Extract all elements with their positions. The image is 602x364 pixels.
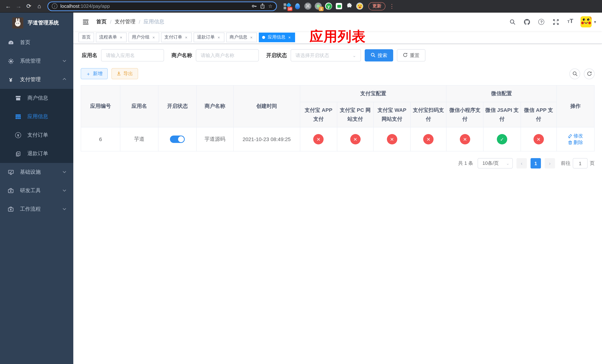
sidebar-item-dev-tools[interactable]: 研发工具 — [0, 182, 73, 200]
status-select[interactable]: 请选择开启状态 ⌄ — [291, 49, 361, 62]
extensions-row: 10 ⌘ 1 y — [284, 3, 363, 10]
tag-home[interactable]: 首页 — [78, 32, 94, 42]
reset-button[interactable]: 重置 — [397, 49, 425, 62]
tag-merchant-info[interactable]: 商户信息× — [226, 32, 257, 42]
status-icon: ✓ — [497, 134, 507, 145]
ext-chat-icon[interactable] — [335, 3, 343, 10]
browser-menu-icon[interactable]: ⋮ — [389, 3, 394, 10]
tag-app-info[interactable]: 应用信息× — [259, 32, 295, 42]
col-wechat-mini: 微信小程序支付 — [447, 102, 484, 127]
page-size-select[interactable]: 10条/页 ⌄ — [478, 158, 513, 169]
url-text[interactable]: localhost:1024/pay/app — [60, 3, 249, 9]
close-icon[interactable]: × — [119, 35, 123, 39]
reload-icon[interactable]: ⟳ — [24, 2, 33, 11]
ext-sketch-icon[interactable]: 10 — [284, 3, 291, 10]
prev-page-button[interactable]: ‹ — [516, 158, 527, 169]
breadcrumb-payment[interactable]: 支付管理 — [115, 19, 136, 25]
briefcase-icon — [7, 206, 14, 212]
user-avatar[interactable]: ▾ — [581, 16, 596, 27]
col-group-alipay: 支付宝配置 — [300, 85, 447, 102]
font-size-icon[interactable]: TT — [566, 18, 574, 26]
col-group-wechat: 微信配置 — [447, 85, 557, 102]
breadcrumb: 首页 / 支付管理 / 应用信息 — [96, 19, 164, 25]
sidebar-item-merchant-info[interactable]: 商户信息 — [0, 89, 73, 107]
share-icon[interactable] — [260, 3, 265, 9]
status-icon: ✕ — [350, 134, 360, 145]
col-status: 开启状态 — [159, 85, 197, 127]
close-icon[interactable]: × — [216, 35, 221, 39]
ext-badge: 10 — [287, 7, 292, 11]
show-search-button[interactable] — [570, 68, 580, 79]
sidebar-item-payment[interactable]: ¥ 支付管理 — [0, 70, 73, 89]
chevron-down-icon — [62, 58, 67, 64]
merchant-name-input-wrap — [196, 49, 259, 62]
col-alipay-app: 支付宝 APP 支付 — [300, 102, 337, 127]
sidebar-item-label: 基础设施 — [20, 169, 56, 175]
cell-app-id: 6 — [81, 127, 120, 151]
tag-pay-order[interactable]: 支付订单× — [161, 32, 192, 42]
help-icon[interactable]: ? — [538, 18, 546, 26]
tag-process-form[interactable]: 流程表单× — [96, 32, 127, 42]
app-name-label: 应用名 — [82, 52, 97, 59]
back-icon[interactable]: ← — [4, 2, 13, 11]
enabled-toggle[interactable] — [170, 136, 185, 143]
password-key-icon[interactable] — [252, 3, 257, 9]
sidebar-item-infrastructure[interactable]: 基础设施 — [0, 163, 73, 182]
site-info-icon[interactable]: i — [52, 3, 57, 9]
close-icon[interactable]: × — [151, 35, 156, 39]
screen: ← → ⟳ ⌂ i localhost:1024/pay/app ☆ 10 ⌘ … — [0, 0, 602, 364]
sidebar-item-workflow[interactable]: 工作流程 — [0, 200, 73, 218]
next-page-button[interactable]: › — [545, 158, 555, 169]
refresh-table-button[interactable] — [584, 68, 595, 79]
navbar-actions: ? TT ▾ — [508, 16, 596, 27]
chevron-down-icon — [62, 206, 67, 212]
ext-recorder-icon[interactable]: 1 — [315, 3, 322, 10]
merchant-name-input[interactable] — [201, 53, 254, 58]
close-icon[interactable]: × — [249, 35, 254, 39]
sidebar-item-system[interactable]: 系统管理 — [0, 52, 73, 70]
page-content: 应用名 商户名称 开启状态 请选择开启状态 ⌄ — [73, 44, 602, 364]
bookmark-star-icon[interactable]: ☆ — [268, 3, 272, 9]
plus-icon: ＋ — [86, 71, 91, 76]
profile-avatar[interactable] — [356, 3, 363, 10]
tag-refund-order[interactable]: 退款订单× — [194, 32, 224, 42]
url-bar[interactable]: i localhost:1024/pay/app ☆ — [47, 1, 277, 11]
close-icon[interactable]: × — [184, 35, 188, 39]
ext-badge: 1 — [319, 7, 323, 11]
sidebar-item-label: 系统管理 — [20, 58, 56, 64]
ext-command-icon[interactable]: ⌘ — [304, 3, 311, 10]
breadcrumb-home[interactable]: 首页 — [96, 19, 107, 25]
fullscreen-icon[interactable] — [552, 18, 560, 26]
sidebar-item-app-info[interactable]: 应用信息 — [0, 107, 73, 126]
sidebar-item-home[interactable]: 首页 — [0, 33, 73, 52]
github-icon[interactable] — [523, 18, 531, 26]
sidebar-item-label: 首页 — [20, 39, 67, 46]
caret-down-icon: ▾ — [594, 20, 596, 24]
ext-balloon-icon[interactable] — [294, 3, 301, 10]
ext-y-icon[interactable]: y — [325, 3, 332, 10]
sidebar-item-refund-order[interactable]: 退款订单 — [0, 144, 73, 163]
search-icon — [371, 53, 376, 58]
export-button[interactable]: 导出 — [111, 68, 138, 79]
goto-page-suffix: 页 — [590, 160, 595, 167]
pagination: 共 1 条 10条/页 ⌄ ‹ 1 › 前往 页 — [81, 158, 595, 169]
edit-button[interactable]: 修改 — [568, 133, 583, 139]
app-name-input[interactable] — [106, 53, 159, 58]
download-icon — [117, 71, 121, 76]
search-button[interactable]: 搜索 — [365, 49, 393, 62]
close-icon[interactable]: × — [287, 35, 292, 39]
add-button[interactable]: ＋ 新增 — [81, 68, 108, 79]
search-icon[interactable] — [508, 18, 517, 26]
status-icon: ✕ — [387, 134, 397, 145]
tag-user-group[interactable]: 用户分组× — [129, 32, 159, 42]
sidebar-collapse-icon[interactable] — [79, 16, 92, 28]
forward-icon[interactable]: → — [14, 2, 23, 11]
sidebar-item-pay-order[interactable]: ¥ 支付订单 — [0, 126, 73, 144]
extensions-puzzle-icon[interactable] — [346, 3, 353, 10]
goto-page-input[interactable] — [573, 158, 588, 169]
home-icon[interactable]: ⌂ — [35, 2, 44, 11]
sidebar-logo: 芋道管理系统 — [0, 13, 73, 33]
browser-update-button[interactable]: 更新 — [368, 2, 386, 10]
delete-button[interactable]: 删除 — [568, 139, 583, 146]
page-number-1[interactable]: 1 — [531, 158, 541, 169]
